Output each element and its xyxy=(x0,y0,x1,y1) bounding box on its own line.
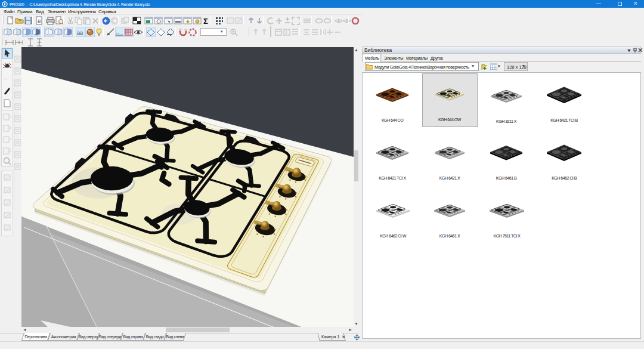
svg-text:Σ: Σ xyxy=(203,17,208,26)
svg-text:↔: ↔ xyxy=(115,30,120,35)
svg-text:аа: аа xyxy=(77,30,83,36)
svg-text:↔: ↔ xyxy=(3,76,8,81)
svg-text:B: B xyxy=(38,18,41,24)
